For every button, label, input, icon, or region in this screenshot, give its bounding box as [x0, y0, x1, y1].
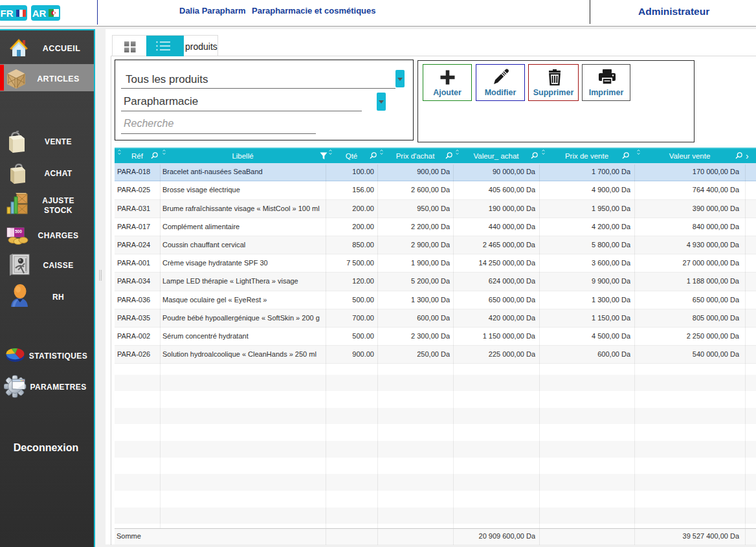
svg-text:500: 500 [15, 229, 22, 234]
